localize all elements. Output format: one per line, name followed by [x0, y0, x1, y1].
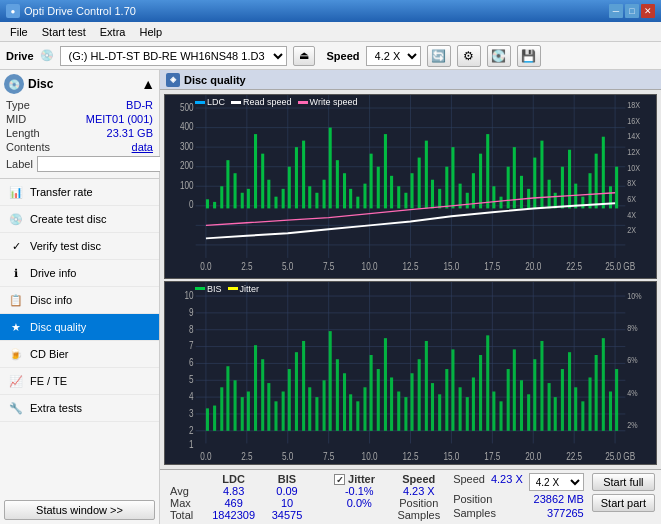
svg-rect-188 [513, 349, 516, 430]
svg-rect-149 [247, 391, 250, 430]
disc-info-icon: 📋 [8, 292, 24, 308]
sidebar-item-fe-te[interactable]: 📈 FE / TE [0, 368, 159, 395]
svg-rect-59 [370, 154, 373, 209]
svg-text:6%: 6% [627, 354, 638, 365]
avg-ldc: 4.83 [203, 485, 264, 497]
disc-quality-header-icon: ◈ [166, 73, 180, 87]
sidebar-item-drive-info[interactable]: ℹ Drive info [0, 260, 159, 287]
svg-text:10: 10 [185, 288, 195, 301]
max-position-label: Position [388, 497, 449, 509]
svg-text:4X: 4X [627, 210, 636, 220]
settings-button[interactable]: ⚙ [457, 45, 481, 67]
svg-rect-195 [561, 369, 564, 431]
svg-rect-40 [241, 193, 244, 209]
menu-start-test[interactable]: Start test [36, 24, 92, 40]
svg-text:4: 4 [189, 389, 194, 402]
svg-rect-60 [377, 167, 380, 209]
svg-rect-65 [411, 173, 414, 208]
label-label: Label [6, 158, 33, 170]
save-button[interactable]: 💾 [517, 45, 541, 67]
jitter-legend-label: Jitter [240, 284, 260, 294]
svg-rect-81 [520, 176, 523, 209]
svg-rect-152 [267, 383, 270, 431]
svg-text:17.5: 17.5 [484, 450, 500, 463]
status-window-button[interactable]: Status window >> [4, 500, 155, 520]
svg-rect-202 [609, 391, 612, 430]
svg-rect-203 [615, 369, 618, 431]
svg-rect-49 [302, 141, 305, 209]
sidebar-item-transfer-rate[interactable]: 📊 Transfer rate [0, 179, 159, 206]
speed-label: Speed [327, 50, 360, 62]
nav-item-fe-te-label: FE / TE [30, 375, 67, 387]
svg-rect-52 [323, 180, 326, 209]
sidebar-item-create-test-disc[interactable]: 💿 Create test disc [0, 206, 159, 233]
svg-rect-57 [356, 197, 359, 209]
start-full-button[interactable]: Start full [592, 473, 655, 491]
menu-help[interactable]: Help [133, 24, 168, 40]
speed-dropdown[interactable]: 4.2 X [529, 473, 584, 491]
svg-text:4%: 4% [627, 386, 638, 397]
svg-rect-190 [527, 394, 530, 431]
avg-bis: 0.09 [264, 485, 310, 497]
drive-select[interactable]: (G:) HL-DT-ST BD-RE WH16NS48 1.D3 [60, 46, 287, 66]
contents-value[interactable]: data [132, 141, 153, 153]
svg-rect-67 [425, 141, 428, 209]
sidebar-item-cd-bier[interactable]: 🍺 CD Bier [0, 341, 159, 368]
sidebar-item-verify-test-disc[interactable]: ✓ Verify test disc [0, 233, 159, 260]
svg-rect-63 [397, 186, 400, 208]
svg-text:2%: 2% [627, 418, 638, 429]
svg-text:8X: 8X [627, 178, 636, 188]
svg-rect-88 [568, 150, 571, 209]
svg-rect-184 [486, 335, 489, 430]
content-area: ◈ Disc quality LDC Read speed [160, 70, 661, 524]
svg-rect-201 [602, 338, 605, 431]
menu-file[interactable]: File [4, 24, 34, 40]
nav-item-transfer-rate-label: Transfer rate [30, 186, 93, 198]
write-speed-legend-label: Write speed [310, 97, 358, 107]
eject-button[interactable]: ⏏ [293, 46, 315, 66]
maximize-button[interactable]: □ [625, 4, 639, 18]
mid-label: MID [6, 113, 26, 125]
svg-rect-180 [459, 387, 462, 431]
svg-rect-55 [343, 173, 346, 208]
nav-item-disc-info-label: Disc info [30, 294, 72, 306]
close-button[interactable]: ✕ [641, 4, 655, 18]
sidebar-item-disc-quality[interactable]: ★ Disc quality [0, 314, 159, 341]
svg-rect-43 [261, 154, 264, 209]
action-buttons: Start full Start part [592, 473, 655, 512]
svg-rect-162 [336, 359, 339, 431]
sidebar-item-disc-info[interactable]: 📋 Disc info [0, 287, 159, 314]
stats-col-empty [166, 473, 203, 485]
svg-text:500: 500 [180, 102, 194, 113]
svg-text:400: 400 [180, 121, 194, 132]
contents-label: Contents [6, 141, 50, 153]
svg-rect-41 [247, 189, 250, 209]
stats-col-jitter-header: ✓ Jitter [330, 473, 388, 485]
disc-button[interactable]: 💽 [487, 45, 511, 67]
nav-item-cd-bier-label: CD Bier [30, 348, 69, 360]
svg-rect-84 [540, 141, 543, 209]
minimize-button[interactable]: ─ [609, 4, 623, 18]
speed-select[interactable]: 4.2 X [366, 46, 421, 66]
sidebar-item-extra-tests[interactable]: 🔧 Extra tests [0, 395, 159, 422]
svg-rect-147 [234, 380, 237, 431]
svg-rect-39 [234, 173, 237, 208]
svg-rect-48 [295, 147, 298, 208]
main-layout: 💿 Disc ▲ Type BD-R MID MEIT01 (001) Leng… [0, 70, 661, 524]
label-input[interactable] [37, 156, 170, 172]
svg-text:5.0: 5.0 [282, 261, 293, 272]
svg-text:8%: 8% [627, 321, 638, 332]
svg-rect-54 [336, 160, 339, 208]
refresh-button[interactable]: 🔄 [427, 45, 451, 67]
start-part-button[interactable]: Start part [592, 494, 655, 512]
menu-extra[interactable]: Extra [94, 24, 132, 40]
disc-panel-icon: 💿 [4, 74, 24, 94]
verify-test-disc-icon: ✓ [8, 238, 24, 254]
ldc-legend-label: LDC [207, 97, 225, 107]
svg-rect-35 [206, 199, 209, 208]
svg-rect-185 [492, 391, 495, 430]
disc-quality-header: ◈ Disc quality [160, 70, 661, 90]
samples-stat-label: Samples [453, 507, 496, 519]
length-value: 23.31 GB [107, 127, 153, 139]
svg-rect-170 [390, 377, 393, 430]
